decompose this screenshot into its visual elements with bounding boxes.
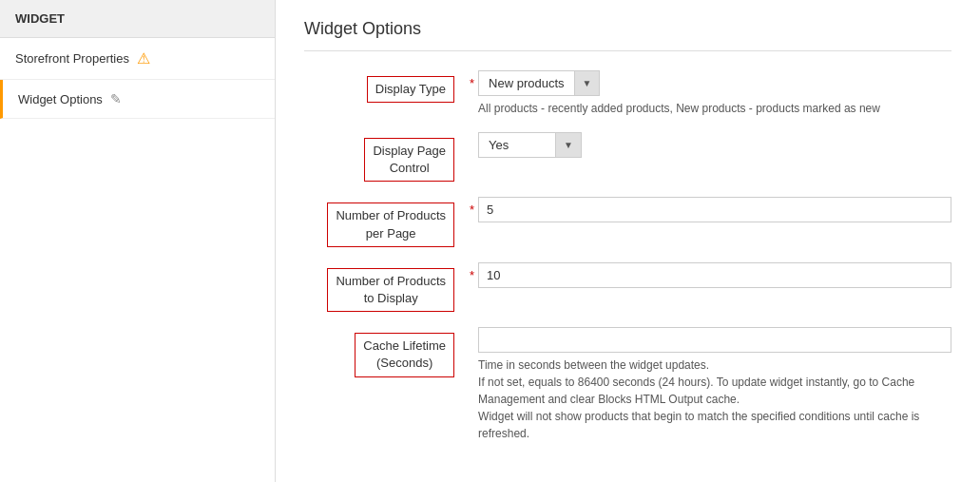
display-type-label-col: Display Type <box>304 70 466 103</box>
cache-lifetime-label: Cache Lifetime(Seconds) <box>355 333 454 376</box>
number-per-page-required: * <box>470 197 474 217</box>
cache-lifetime-helper: Time in seconds between the widget updat… <box>478 357 951 442</box>
display-type-input-row: New products <box>478 70 951 96</box>
storefront-label: Storefront Properties <box>15 51 129 66</box>
cache-lifetime-input-col: Time in seconds between the widget updat… <box>478 327 951 442</box>
sidebar-item-widget-options[interactable]: Widget Options ✎ <box>0 80 275 119</box>
sidebar-item-storefront[interactable]: Storefront Properties ⚠ <box>0 38 275 80</box>
display-type-value: New products <box>479 71 573 95</box>
cache-lifetime-input[interactable] <box>478 327 951 353</box>
display-type-label: Display Type <box>367 76 454 103</box>
cache-lifetime-spacer: * <box>470 327 474 347</box>
display-type-arrow[interactable] <box>574 71 600 95</box>
cache-lifetime-label-col: Cache Lifetime(Seconds) <box>304 327 466 376</box>
display-page-control-arrow[interactable] <box>555 133 581 157</box>
number-to-display-label-col: Number of Productsto Display <box>304 262 466 312</box>
number-to-display-row: Number of Productsto Display * <box>304 262 951 312</box>
sidebar-header: WIDGET <box>0 0 275 38</box>
display-type-select[interactable]: New products <box>478 70 600 96</box>
display-type-row: Display Type * New products All products… <box>304 70 951 117</box>
number-to-display-input[interactable] <box>478 262 951 288</box>
main-content: Widget Options Display Type * New produc… <box>276 0 980 482</box>
display-page-control-input-row: Yes <box>478 132 951 158</box>
widget-options-label: Widget Options <box>18 92 103 106</box>
page-title: Widget Options <box>304 19 951 39</box>
number-per-page-input-col <box>478 197 951 222</box>
number-to-display-required: * <box>470 262 474 282</box>
number-per-page-label: Number of Productsper Page <box>327 202 454 246</box>
display-page-control-input-col: Yes <box>478 132 951 158</box>
display-page-control-value: Yes <box>479 133 555 157</box>
display-type-helper: All products - recently added products, … <box>478 100 951 117</box>
display-page-control-label-col: Display PageControl <box>304 132 466 182</box>
divider <box>304 50 951 51</box>
cache-lifetime-row: Cache Lifetime(Seconds) * Time in second… <box>304 327 951 442</box>
warning-icon: ⚠ <box>137 49 150 67</box>
sidebar: WIDGET Storefront Properties ⚠ Widget Op… <box>0 0 276 482</box>
display-page-control-select[interactable]: Yes <box>478 132 582 158</box>
number-per-page-input[interactable] <box>478 197 951 222</box>
number-per-page-label-col: Number of Productsper Page <box>304 197 466 246</box>
display-type-input-col: New products All products - recently add… <box>478 70 951 117</box>
number-to-display-input-col <box>478 262 951 288</box>
display-page-control-label: Display PageControl <box>364 138 454 182</box>
number-to-display-label: Number of Productsto Display <box>327 268 454 312</box>
display-type-required: * <box>470 70 474 90</box>
display-page-control-row: Display PageControl * Yes <box>304 132 951 182</box>
edit-icon: ✎ <box>110 91 122 106</box>
display-page-control-spacer: * <box>470 132 474 152</box>
number-per-page-row: Number of Productsper Page * <box>304 197 951 246</box>
